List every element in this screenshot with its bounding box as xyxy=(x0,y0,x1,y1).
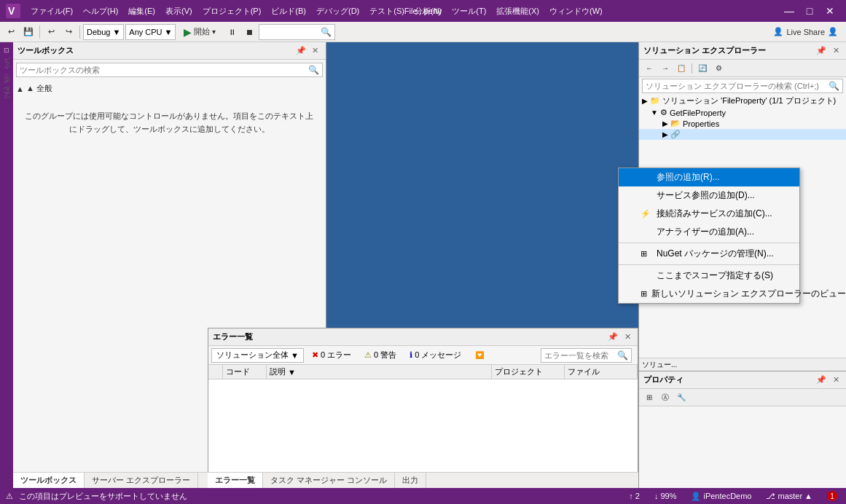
toolbox-close-button[interactable]: ✕ xyxy=(310,45,321,57)
error-search-input[interactable] xyxy=(544,351,617,360)
cpu-config-dropdown[interactable]: Any CPU ▼ xyxy=(125,24,176,40)
sol-project-item[interactable]: ▼ ⚙ GetFileProperty xyxy=(639,107,846,118)
status-user[interactable]: 👤 iPentecDemo xyxy=(688,492,754,501)
sol-props-expand-icon: ▶ xyxy=(662,119,668,127)
status-down-count[interactable]: ↓ 99% xyxy=(651,492,680,500)
props-categorize-button[interactable]: ⊞ xyxy=(642,391,657,404)
sidebar-toolbox-icon[interactable]: ⊡ xyxy=(1,45,12,55)
error-pin-button[interactable]: 📌 xyxy=(607,331,619,343)
error-badge: 1 xyxy=(827,491,837,501)
props-alphabetical-button[interactable]: Ⓐ xyxy=(658,391,673,404)
menu-debug[interactable]: デバッグ(D) xyxy=(312,4,364,19)
message-icon: ℹ xyxy=(410,350,412,360)
minimize-button[interactable]: — xyxy=(779,3,799,19)
sol-properties-item[interactable]: ▶ 📂 Properties xyxy=(639,118,846,129)
menu-build[interactable]: ビルド(B) xyxy=(267,4,310,19)
ctx-add-service-ref[interactable]: サービス参照の追加(D)... xyxy=(619,186,799,205)
message-count-badge[interactable]: ℹ 0 メッセージ xyxy=(404,348,466,363)
close-button[interactable]: ✕ xyxy=(820,3,840,19)
sol-close-button[interactable]: ✕ xyxy=(830,45,842,57)
error-col-code[interactable]: コード xyxy=(223,365,267,379)
toolbox-group-label[interactable]: ▲ ▲ 全般 xyxy=(16,82,323,95)
sol-refresh-button[interactable]: 🔄 xyxy=(695,62,710,75)
error-filter-button[interactable]: 🔽 xyxy=(472,349,487,362)
sol-pin-button[interactable]: 📌 xyxy=(815,45,827,57)
ctx-add-analyzer[interactable]: アナライザーの追加(A)... xyxy=(619,223,799,241)
ctx-new-sol-view[interactable]: ⊞ 新しいソリューション エクスプローラーのビュー(N) xyxy=(619,285,799,303)
props-pin-button[interactable]: 📌 xyxy=(815,374,827,386)
cpu-config-arrow: ▼ xyxy=(165,28,173,36)
redo-btn[interactable]: ↪ xyxy=(60,24,77,40)
sol-forward-button[interactable]: → xyxy=(658,62,673,75)
undo-button[interactable]: ↩ xyxy=(3,24,19,40)
toolbox-search-box[interactable]: 🔍 xyxy=(16,63,323,77)
live-share-area[interactable]: 👤 Live Share 👤 xyxy=(768,24,843,40)
warning-count: 0 警告 xyxy=(374,350,396,361)
stop-button[interactable]: ⏹ xyxy=(241,24,257,40)
debug-config-dropdown[interactable]: Debug ▼ xyxy=(83,24,124,40)
ctx-add-reference[interactable]: 参照の追加(R)... xyxy=(619,168,799,186)
menu-test[interactable]: テスト(S) xyxy=(365,4,409,19)
tab-task-manager[interactable]: タスク マネージャー コンソール xyxy=(263,473,395,489)
error-count-badge[interactable]: ✖ 0 エラー xyxy=(307,348,356,363)
menu-edit[interactable]: 編集(E) xyxy=(124,4,160,19)
menu-file[interactable]: ファイル(F) xyxy=(26,4,77,19)
menu-view[interactable]: 表示(V) xyxy=(161,4,197,19)
tab-toolbox[interactable]: ツールボックス xyxy=(13,473,85,489)
menu-extensions[interactable]: 拡張機能(X) xyxy=(492,4,544,19)
toolbox-search-input[interactable] xyxy=(20,66,308,74)
props-pages-button[interactable]: 🔧 xyxy=(674,391,689,404)
sol-status-text: ソリュー... xyxy=(642,360,677,370)
error-filter-dropdown[interactable]: ソリューション全体 ▼ xyxy=(211,348,304,363)
error-search-box[interactable]: 🔍 xyxy=(541,348,632,363)
toolbar-separator-1 xyxy=(39,25,40,39)
start-button[interactable]: ▶ 開始 ▾ xyxy=(177,24,222,40)
toolbar-search-input[interactable] xyxy=(262,28,321,36)
error-col-desc-label: 説明 xyxy=(270,366,286,377)
window-controls: — □ ✕ xyxy=(779,3,840,19)
status-branch[interactable]: ⎇ master ▲ xyxy=(763,492,815,501)
sol-back-button[interactable]: ← xyxy=(642,62,657,75)
ctx-connected-service-label: 接続済みサービスの追加(C)... xyxy=(657,208,772,220)
sol-settings-button[interactable]: ⚙ xyxy=(711,62,726,75)
maximize-button[interactable]: □ xyxy=(799,3,820,19)
warning-count-badge[interactable]: ⚠ 0 警告 xyxy=(359,348,402,363)
status-left: ⚠ この項目はプレビューをサポートしていません xyxy=(6,491,626,502)
ctx-manage-nuget[interactable]: ⊞ NuGet パッケージの管理(N)... xyxy=(619,245,799,263)
error-count: 0 エラー xyxy=(321,350,351,361)
error-col-proj-label: プロジェクト xyxy=(495,366,543,377)
ctx-nuget-label: NuGet パッケージの管理(N)... xyxy=(657,248,774,260)
props-close-button[interactable]: ✕ xyxy=(830,374,842,386)
menu-window[interactable]: ウィンドウ(W) xyxy=(545,4,607,19)
ctx-scope-here[interactable]: ここまでスコープ指定する(S) xyxy=(619,267,799,285)
error-col-file[interactable]: ファイル xyxy=(565,365,638,379)
sol-search-box[interactable]: 🔍 xyxy=(642,79,843,93)
toolbar-search-box[interactable]: 🔍 xyxy=(259,24,335,40)
tab-error-list[interactable]: エラー一覧 xyxy=(208,473,263,489)
menu-help[interactable]: ヘルプ(H) xyxy=(79,4,122,19)
pause-button[interactable]: ⏸ xyxy=(224,24,240,40)
sol-solution-item[interactable]: ▶ 📁 ソリューション 'FileProperty' (1/1 プロジェクト) xyxy=(639,95,846,107)
up-count-value: 2 xyxy=(635,492,640,500)
window-title: File...perty xyxy=(404,7,442,15)
sol-props-folder-icon: 📂 xyxy=(670,119,681,128)
error-col-project[interactable]: プロジェクト xyxy=(492,365,565,379)
sol-search-input[interactable] xyxy=(646,82,829,90)
tab-output[interactable]: 出力 xyxy=(395,473,426,489)
status-errors[interactable]: 1 xyxy=(824,491,840,501)
sol-references-item[interactable]: ▶ 🔗 xyxy=(639,129,846,140)
svg-text:V: V xyxy=(8,5,15,17)
error-filter-label: ソリューション全体 xyxy=(216,350,289,361)
menu-tools[interactable]: ツール(T) xyxy=(447,4,490,19)
ctx-add-connected-service[interactable]: ⚡ 接続済みサービスの追加(C)... xyxy=(619,205,799,223)
error-col-desc[interactable]: 説明 ▼ xyxy=(267,365,492,379)
tab-server-explorer[interactable]: サーバー エクスプローラー xyxy=(85,473,198,489)
save-button[interactable]: 💾 xyxy=(20,24,36,40)
status-up-count[interactable]: ↑ 2 xyxy=(626,492,643,500)
sol-props-button[interactable]: 📋 xyxy=(674,62,689,75)
menu-project[interactable]: プロジェクト(P) xyxy=(198,4,266,19)
toolbox-pin-button[interactable]: 📌 xyxy=(295,45,307,57)
solution-explorer-header: ソリューション エクスプローラー 📌 ✕ xyxy=(639,42,846,60)
undo-btn2[interactable]: ↩ xyxy=(43,24,59,40)
error-close-button[interactable]: ✕ xyxy=(622,331,633,343)
